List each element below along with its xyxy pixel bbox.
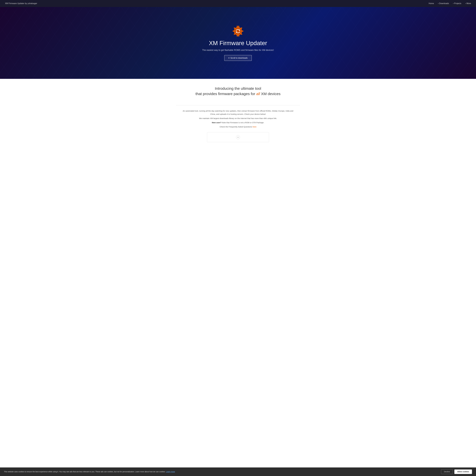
faq-link[interactable]: here [253,126,256,128]
new-user-text: Note that Firmware is not a ROM or OTA P… [222,121,264,124]
intro-section: Introducing the ultimate tool that provi… [182,79,294,101]
chevron-down-icon: ▾ [228,57,229,59]
gear-refresh-icon [232,25,244,37]
nav-item-projects[interactable]: ▾ Projects [453,2,461,5]
nav-link-projects[interactable]: ▾ Projects [453,2,461,5]
intro-faq: Check the Frequently Asked Questions her… [182,125,294,128]
intro-paragraph-2: We maintain XM largest downloads library… [182,117,294,120]
hero-title: XM Firmware Updater [209,40,267,47]
nav-item-home[interactable]: Home [429,2,434,5]
nav-link-home[interactable]: Home [429,2,434,5]
intro-paragraph-1: An automated tool, running all the day w… [182,109,294,116]
nav-item-downloads[interactable]: ▾ Downloads [438,2,449,5]
nav-link-downloads[interactable]: ▾ Downloads [438,2,449,5]
svg-point-0 [235,28,241,34]
intro-heading: Introducing the ultimate tool that provi… [186,86,290,96]
hero-subtitle: The easiest way to get flashable ROMS an… [202,49,274,51]
intro-new-user: New user? Note that Firmware is not a RO… [182,121,294,124]
section-divider [176,105,300,105]
chevron-down-icon: ▾ [438,3,439,4]
navbar: XM Firmware Updater by yshalsager Home ▾… [0,0,476,7]
intro-body: An automated tool, running all the day w… [182,109,294,128]
navbar-links: Home ▾ Downloads ▾ Projects ▾ More [429,2,471,5]
nav-link-more[interactable]: ▾ More [465,2,471,5]
ad-placeholder: Ad [207,132,269,142]
chevron-down-icon: ▾ [453,3,454,4]
ad-circle: Ad [236,135,240,139]
scroll-button-label: Scroll to downloads [230,57,248,59]
new-user-label: New user? [212,121,221,124]
hero-content: XM Firmware Updater The easiest way to g… [202,25,274,61]
navbar-brand: XM Firmware Updater by yshalsager [5,2,37,5]
hero-section: XM Firmware Updater The easiest way to g… [0,7,476,79]
scroll-to-downloads-button[interactable]: ▾ Scroll to downloads [224,55,252,61]
chevron-down-icon: ▾ [465,3,466,4]
nav-item-more[interactable]: ▾ More [465,2,471,5]
